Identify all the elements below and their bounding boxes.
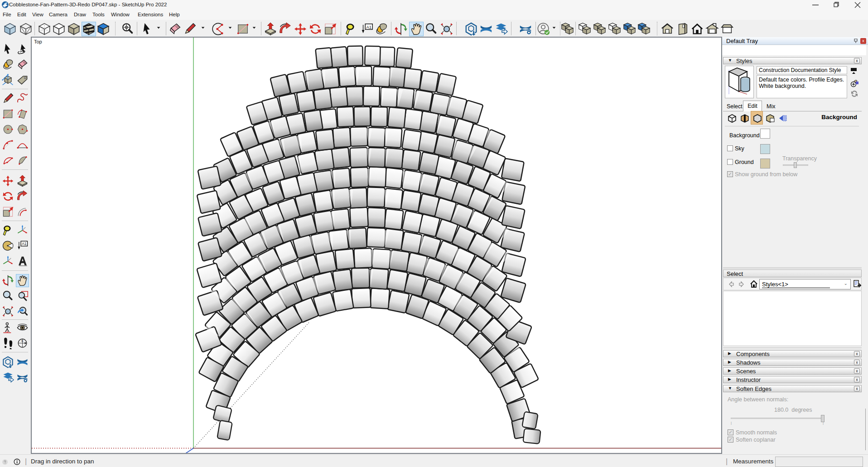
svg-text:A1: A1 xyxy=(22,241,27,246)
svg-text:N: N xyxy=(21,340,23,342)
svg-text:A1: A1 xyxy=(366,25,371,29)
